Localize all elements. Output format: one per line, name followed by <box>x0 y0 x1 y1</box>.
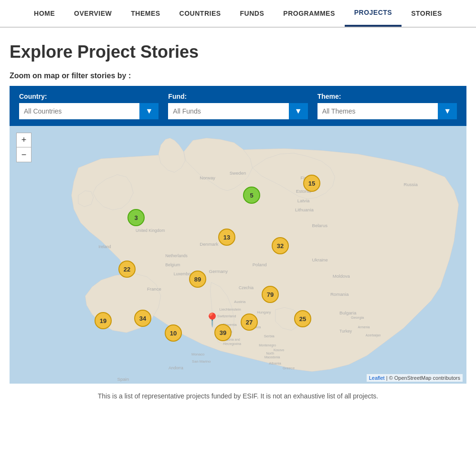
map-container[interactable]: Finland Norway Sweden Estonia Latvia Lit… <box>10 126 466 384</box>
svg-text:Moldova: Moldova <box>333 273 350 279</box>
map-marker-m11[interactable]: 27 <box>241 313 258 331</box>
svg-text:Belarus: Belarus <box>312 223 328 228</box>
map-attribution: Leaflet | © OpenStreetMap contributors <box>367 374 463 382</box>
svg-text:Hungary: Hungary <box>257 310 271 314</box>
svg-text:Sweden: Sweden <box>230 170 246 176</box>
main-nav: HOME OVERVIEW THEMES COUNTRIES FUNDS PRO… <box>0 0 476 28</box>
nav-home[interactable]: HOME <box>24 1 64 26</box>
theme-label: Theme: <box>317 93 457 100</box>
svg-text:Kosovo: Kosovo <box>274 348 285 352</box>
map-marker-m8[interactable]: 79 <box>262 286 279 303</box>
page-content: Explore Project Stories Zoom on map or f… <box>0 28 476 413</box>
fund-input[interactable] <box>168 104 288 119</box>
map-marker-m2[interactable]: 5 <box>243 187 260 204</box>
svg-text:Poland: Poland <box>253 262 267 267</box>
svg-text:Herzegovina: Herzegovina <box>223 342 241 346</box>
map-marker-m15[interactable]: 📍 <box>205 311 219 328</box>
theme-select-wrapper: ▼ <box>317 103 457 119</box>
theme-filter-group: Theme: ▼ <box>317 93 457 119</box>
filter-prompt: Zoom on map or filter stories by : <box>10 72 466 80</box>
svg-text:Ukraine: Ukraine <box>312 257 328 262</box>
svg-text:Russia: Russia <box>403 182 418 187</box>
theme-input[interactable] <box>317 104 438 119</box>
svg-text:Denmark: Denmark <box>200 241 218 247</box>
country-filter-group: Country: ▼ <box>19 93 159 119</box>
nav-funds[interactable]: FUNDS <box>231 1 274 26</box>
svg-text:Azerbaijan: Azerbaijan <box>366 334 381 337</box>
svg-text:Romania: Romania <box>330 292 349 297</box>
svg-text:North: North <box>266 352 275 355</box>
svg-text:Norway: Norway <box>200 175 215 180</box>
svg-text:Georgia: Georgia <box>351 315 364 320</box>
footer-text: This is a list of representative project… <box>10 384 466 408</box>
theme-dropdown-btn[interactable]: ▼ <box>438 103 457 119</box>
nav-countries[interactable]: COUNTRIES <box>170 1 231 26</box>
fund-label: Fund: <box>168 93 307 100</box>
nav-stories[interactable]: STORIES <box>402 1 452 26</box>
filter-bar: Country: ▼ Fund: ▼ Theme: ▼ <box>10 86 466 126</box>
svg-text:Greece: Greece <box>283 366 295 370</box>
svg-text:Macedonia: Macedonia <box>264 355 280 359</box>
svg-text:Armenia: Armenia <box>358 325 370 329</box>
country-dropdown-btn[interactable]: ▼ <box>139 103 159 119</box>
svg-text:France: France <box>147 286 161 292</box>
country-label: Country: <box>19 93 159 100</box>
nav-programmes[interactable]: PROGRAMMES <box>274 1 344 26</box>
svg-text:Montenegro: Montenegro <box>259 344 276 347</box>
osm-credit: | © OpenStreetMap contributors <box>386 375 460 381</box>
country-select-wrapper: ▼ <box>19 103 159 119</box>
map-marker-m13[interactable]: 34 <box>134 310 151 327</box>
fund-dropdown-btn[interactable]: ▼ <box>289 103 308 119</box>
zoom-out-button[interactable]: − <box>17 147 31 162</box>
svg-text:Lithuania: Lithuania <box>295 207 314 212</box>
map-marker-m1[interactable]: 15 <box>303 175 320 192</box>
svg-text:Czechia: Czechia <box>239 285 254 290</box>
nav-themes[interactable]: THEMES <box>121 1 169 26</box>
nav-projects[interactable]: PROJECTS <box>345 0 402 27</box>
map-marker-m6[interactable]: 22 <box>118 261 136 278</box>
svg-text:Monaco: Monaco <box>191 352 204 356</box>
svg-text:Ireland: Ireland <box>98 244 111 249</box>
zoom-controls: + − <box>16 133 32 162</box>
map-marker-m4[interactable]: 13 <box>218 229 235 246</box>
svg-text:Albania: Albania <box>269 361 281 365</box>
fund-select-wrapper: ▼ <box>168 103 307 119</box>
map-marker-m9[interactable]: 10 <box>165 324 182 342</box>
fund-filter-group: Fund: ▼ <box>168 93 307 119</box>
svg-text:Spain: Spain <box>117 376 129 382</box>
svg-text:United Kingdom: United Kingdom <box>136 228 165 233</box>
map-marker-m3[interactable]: 3 <box>127 209 145 226</box>
leaflet-link[interactable]: Leaflet <box>369 375 385 381</box>
svg-text:Latvia: Latvia <box>297 198 310 203</box>
svg-text:Bulgaria: Bulgaria <box>339 310 357 315</box>
svg-text:Belgium: Belgium <box>165 262 180 267</box>
page-title: Explore Project Stories <box>10 42 466 62</box>
svg-text:San Marino: San Marino <box>192 359 211 364</box>
map-marker-m5[interactable]: 32 <box>272 237 289 254</box>
map-marker-m7[interactable]: 89 <box>189 271 206 288</box>
zoom-in-button[interactable]: + <box>17 133 31 147</box>
svg-text:Andorra: Andorra <box>169 365 183 370</box>
svg-text:Germany: Germany <box>209 269 228 274</box>
svg-text:Serbia: Serbia <box>264 334 275 338</box>
map-svg: Finland Norway Sweden Estonia Latvia Lit… <box>10 126 466 384</box>
svg-text:Austria: Austria <box>234 300 246 304</box>
svg-text:Liechtenstein: Liechtenstein <box>220 307 241 312</box>
svg-text:Netherlands: Netherlands <box>165 253 188 258</box>
map-marker-m14[interactable]: 19 <box>95 312 112 329</box>
nav-overview[interactable]: OVERVIEW <box>64 1 121 26</box>
svg-text:Turkey: Turkey <box>339 329 352 334</box>
country-input[interactable] <box>19 104 139 119</box>
map-marker-m12[interactable]: 25 <box>294 310 311 327</box>
